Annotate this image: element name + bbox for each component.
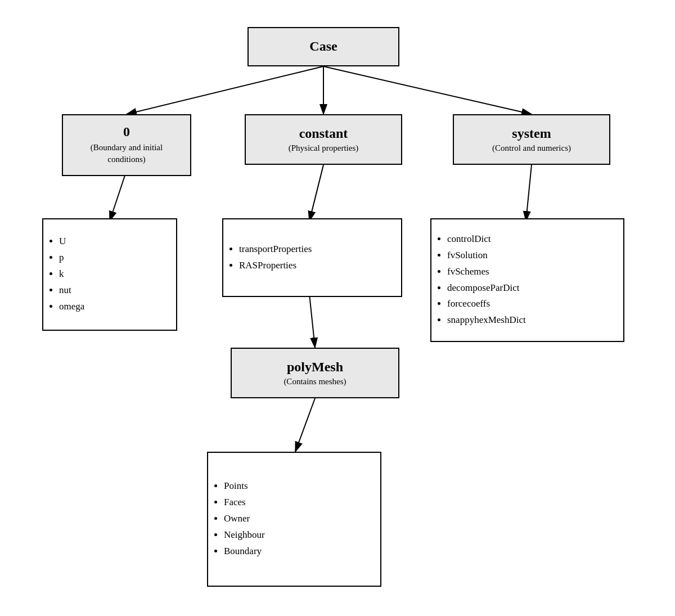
list-item: RASProperties bbox=[239, 258, 312, 274]
diagram: Case 0 (Boundary and initialconditions) … bbox=[28, 10, 647, 606]
list-item: fvSchemes bbox=[447, 264, 526, 280]
polymesh-files-list: Points Faces Owner Neighbour Boundary bbox=[218, 478, 265, 559]
constant-files-node: transportProperties RASProperties bbox=[222, 218, 402, 297]
list-item: p bbox=[59, 250, 84, 266]
list-item: fvSolution bbox=[447, 248, 526, 264]
list-item: Boundary bbox=[224, 543, 265, 560]
system-subtitle: (Control and numerics) bbox=[492, 143, 571, 153]
case-node: Case bbox=[248, 27, 399, 66]
svg-line-7 bbox=[309, 294, 315, 348]
list-item: Faces bbox=[224, 494, 265, 511]
list-item: Owner bbox=[224, 511, 265, 527]
polymesh-files-node: Points Faces Owner Neighbour Boundary bbox=[207, 452, 381, 587]
polymesh-label: polyMesh bbox=[287, 359, 343, 375]
zero-subtitle: (Boundary and initialconditions) bbox=[91, 142, 163, 165]
list-item: snappyhexMeshDict bbox=[447, 312, 526, 329]
svg-line-1 bbox=[127, 66, 323, 114]
case-label: Case bbox=[309, 39, 337, 54]
list-item: forcecoeffs bbox=[447, 296, 526, 312]
system-node: system (Control and numerics) bbox=[453, 114, 610, 165]
svg-line-4 bbox=[110, 170, 127, 221]
list-item: decomposeParDict bbox=[447, 280, 526, 296]
list-item: Neighbour bbox=[224, 527, 265, 543]
list-item: omega bbox=[59, 299, 84, 315]
constant-node: constant (Physical properties) bbox=[245, 114, 402, 165]
system-files-node: controlDict fvSolution fvSchemes decompo… bbox=[430, 218, 624, 342]
svg-line-5 bbox=[309, 165, 323, 221]
polymesh-node: polyMesh (Contains meshes) bbox=[231, 348, 399, 398]
zero-node: 0 (Boundary and initialconditions) bbox=[62, 114, 191, 176]
svg-line-6 bbox=[526, 165, 532, 221]
zero-files-node: U p k nut omega bbox=[42, 218, 177, 331]
svg-line-8 bbox=[295, 398, 315, 452]
constant-subtitle: (Physical properties) bbox=[289, 143, 359, 153]
polymesh-subtitle: (Contains meshes) bbox=[284, 377, 346, 386]
svg-line-3 bbox=[323, 66, 532, 114]
system-files-list: controlDict fvSolution fvSchemes decompo… bbox=[442, 231, 526, 329]
constant-label: constant bbox=[299, 126, 348, 141]
list-item: transportProperties bbox=[239, 241, 312, 258]
zero-label: 0 bbox=[123, 124, 130, 140]
list-item: Points bbox=[224, 478, 265, 494]
zero-files-list: U p k nut omega bbox=[53, 233, 84, 314]
constant-files-list: transportProperties RASProperties bbox=[233, 241, 312, 274]
list-item: nut bbox=[59, 282, 84, 299]
list-item: U bbox=[59, 233, 84, 250]
system-label: system bbox=[512, 126, 551, 141]
list-item: controlDict bbox=[447, 231, 526, 248]
list-item: k bbox=[59, 266, 84, 282]
